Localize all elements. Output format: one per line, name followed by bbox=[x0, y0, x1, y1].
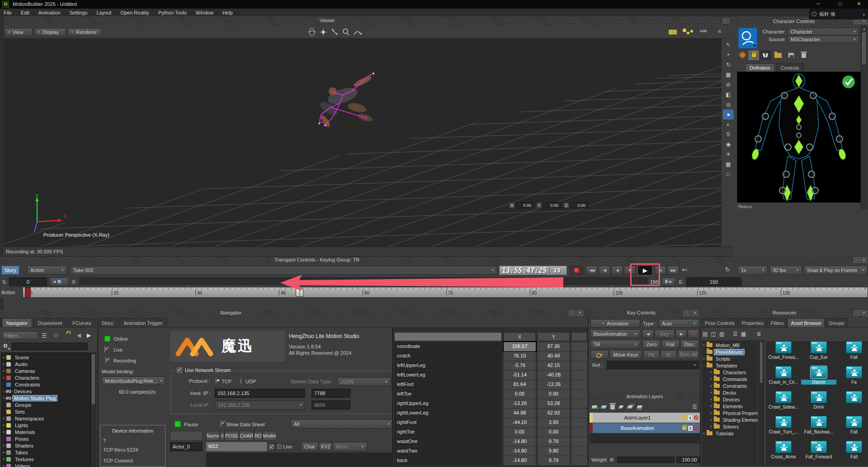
recording-checkbox[interactable] bbox=[105, 357, 106, 363]
merge-layer-icon[interactable] bbox=[618, 405, 624, 409]
constrain-tool-icon[interactable]: ⊘ bbox=[723, 80, 734, 90]
character-model[interactable] bbox=[289, 63, 393, 140]
disc-button[interactable]: Disc. bbox=[680, 340, 699, 348]
layer-up-icon[interactable] bbox=[626, 405, 634, 409]
weight-k-button[interactable]: K bbox=[609, 457, 615, 463]
story-button[interactable]: Story bbox=[1, 266, 19, 275]
tree-item[interactable]: +Namespaces bbox=[1, 415, 90, 422]
goto-start-button[interactable]: |◀◀ bbox=[586, 266, 598, 275]
snap-mode-select[interactable]: Snap & Play on Frames bbox=[804, 266, 868, 275]
use-network-checkbox[interactable] bbox=[177, 367, 182, 373]
zoom-drag-icon[interactable] bbox=[330, 28, 339, 37]
layer-mute-icon[interactable] bbox=[694, 415, 698, 420]
fk-button[interactable]: FK bbox=[643, 350, 660, 359]
action-mode-select[interactable]: Action bbox=[27, 266, 67, 275]
resources-tab[interactable]: Pose Controls bbox=[702, 318, 738, 327]
spline-tool-icon[interactable]: S bbox=[723, 129, 734, 139]
prev-key-button[interactable]: |◀ bbox=[599, 266, 610, 275]
resource-folder[interactable]: +Motion_MB bbox=[702, 342, 758, 348]
tree-item[interactable]: +Textures bbox=[1, 456, 90, 462]
asset-item[interactable]: FBX Crawl_Turn_... bbox=[766, 416, 801, 441]
ik-button[interactable]: IK bbox=[660, 350, 677, 359]
load-character-button[interactable] bbox=[773, 51, 784, 60]
tree-item[interactable]: └I/OMotion Studio Plug bbox=[1, 395, 90, 401]
layer-lock-icon[interactable] bbox=[682, 416, 686, 419]
resource-folder[interactable]: +Scripts bbox=[702, 355, 758, 362]
asset-item[interactable]: FBX Fall bbox=[836, 441, 868, 466]
close-button[interactable]: ✕ bbox=[850, 1, 868, 7]
half-tool-icon[interactable]: ◧ bbox=[723, 90, 734, 100]
prev-keyframe-button[interactable]: ◀• bbox=[642, 329, 654, 338]
datasheet-row[interactable]: crotch76.1040.49 bbox=[394, 352, 588, 361]
datasheet-row[interactable]: leftLowerLeg-51.14-40.28 bbox=[394, 371, 588, 380]
asset-item[interactable]: FBX Fall bbox=[836, 416, 868, 441]
fps-select[interactable]: 30 fps bbox=[769, 266, 802, 275]
datasheet-row[interactable]: leftToe0.000.00 bbox=[394, 390, 588, 399]
zoom2d-icon[interactable]: ⌕2D bbox=[700, 29, 707, 33]
layer-select[interactable]: BaseAnimation bbox=[590, 329, 640, 338]
layer-down-icon[interactable] bbox=[636, 405, 643, 409]
datasheet-row[interactable]: leftUpperLeg-5.7642.15 bbox=[394, 361, 588, 370]
datasheet-row[interactable]: back-14.809.79 bbox=[394, 456, 588, 465]
lock-button[interactable] bbox=[749, 51, 759, 60]
asset-item[interactable]: FBX bbox=[836, 391, 868, 416]
navigator-close-icon[interactable]: ✕ bbox=[577, 310, 583, 316]
actor-name-cell[interactable]: fd12 bbox=[206, 442, 267, 451]
menu-item[interactable]: Python Tools bbox=[158, 10, 187, 15]
draw-squiggle-icon[interactable]: ≈ bbox=[718, 28, 722, 35]
select-tool-icon[interactable]: ↖ bbox=[723, 40, 734, 50]
animation-layer-row[interactable]: AnimLayer1 1 bbox=[590, 413, 700, 423]
resources-tab[interactable]: Properties bbox=[739, 318, 767, 327]
layer-solo-icon[interactable]: 1 bbox=[688, 415, 693, 420]
light-tool-icon[interactable]: ☀ bbox=[723, 149, 734, 159]
renderer-menu-button[interactable]: Renderer bbox=[68, 28, 101, 36]
tree-item[interactable]: +Videos bbox=[1, 462, 90, 467]
navigator-tab[interactable]: FCurves bbox=[68, 318, 96, 327]
tree-item[interactable]: +Materials bbox=[1, 429, 90, 435]
view-thumbs-icon[interactable]: ▦ bbox=[741, 331, 746, 337]
pause-indicator[interactable] bbox=[175, 421, 181, 427]
start-frame-field[interactable]: 0 bbox=[9, 277, 47, 286]
navigator-tab[interactable]: Animation Trigger bbox=[119, 318, 167, 327]
pan-icon[interactable] bbox=[319, 28, 328, 37]
datasheet-row[interactable]: leftFoot81.64-12.26 bbox=[394, 380, 588, 389]
browser-menu-icon[interactable]: ≣ bbox=[756, 331, 761, 337]
duplicate-layer-icon[interactable] bbox=[600, 405, 608, 409]
view-list-icon[interactable]: ▥ bbox=[719, 331, 724, 337]
delete-key-button[interactable]: ✕ bbox=[688, 329, 699, 338]
display-menu-button[interactable]: Display bbox=[34, 28, 66, 36]
asset-item[interactable]: FBX Crawl_in_Cir... bbox=[766, 366, 801, 391]
back-icon[interactable]: ◀ bbox=[77, 332, 81, 338]
asset-item[interactable]: FBX Fall_Backwa... bbox=[801, 416, 836, 441]
viewport-3d[interactable]: Y X Producer Perspective (X-Ray) X0.00Y0… bbox=[4, 38, 722, 247]
sync-all-button[interactable]: Sync. All bbox=[678, 350, 699, 359]
record-target-icon[interactable]: ◉ bbox=[723, 139, 734, 149]
menu-item[interactable]: Layout bbox=[96, 10, 111, 15]
record-button[interactable] bbox=[570, 266, 583, 275]
actor-visible-checkbox[interactable] bbox=[268, 442, 275, 451]
shade-tool-icon[interactable]: ◐ bbox=[723, 119, 734, 129]
character-select[interactable]: Character bbox=[788, 28, 859, 35]
asset-item[interactable]: FBX Dance bbox=[801, 366, 836, 391]
tcp-radio[interactable] bbox=[216, 378, 217, 384]
target-tool-icon[interactable]: ◎ bbox=[723, 100, 734, 110]
sphere-tool-icon[interactable]: ● bbox=[723, 110, 734, 119]
tree-item[interactable]: Sets bbox=[1, 408, 90, 415]
tree-item[interactable]: +Takes bbox=[1, 449, 90, 456]
host-ip-field[interactable]: 192.168.2.135 bbox=[215, 389, 305, 398]
live-checkbox[interactable] bbox=[104, 346, 105, 353]
asset-item[interactable]: FBX Crawl_Forwa... bbox=[766, 341, 801, 366]
tree-item[interactable]: Constraints bbox=[1, 381, 90, 388]
resource-folder[interactable]: +Characters bbox=[702, 369, 758, 376]
view-tiles-icon[interactable]: ▤ bbox=[703, 331, 708, 337]
save-character-button[interactable] bbox=[786, 51, 797, 60]
menu-item[interactable]: Open Reality bbox=[120, 10, 149, 15]
key-button[interactable]: Key bbox=[655, 329, 675, 338]
datasheet-row[interactable]: waistOne-14.809.79 bbox=[394, 437, 588, 446]
resources-float-icon[interactable]: □ bbox=[854, 310, 860, 316]
udp-radio[interactable] bbox=[241, 378, 241, 384]
animation-mode-select[interactable]: Animation bbox=[590, 319, 640, 328]
tree-item[interactable]: Poses bbox=[1, 435, 90, 442]
list-options-icon[interactable]: ☰ bbox=[42, 332, 47, 339]
resource-folder[interactable]: +Solvers bbox=[702, 423, 758, 430]
